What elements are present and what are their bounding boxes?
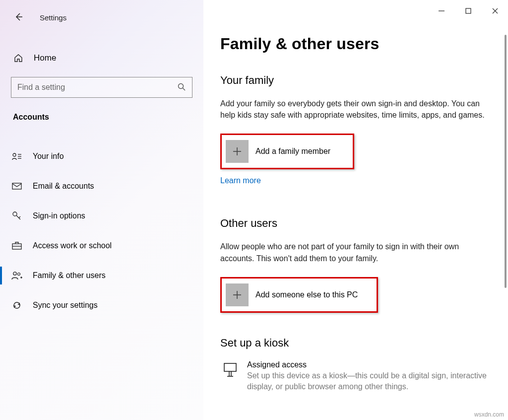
sidebar-item-sync-settings[interactable]: Sync your settings bbox=[0, 290, 203, 320]
back-icon[interactable] bbox=[14, 12, 24, 23]
watermark: wsxdn.com bbox=[474, 411, 504, 418]
svg-rect-7 bbox=[12, 183, 21, 189]
add-family-label: Add a family member bbox=[255, 147, 330, 156]
plus-icon bbox=[226, 283, 249, 306]
search-box[interactable] bbox=[11, 77, 192, 98]
search-icon bbox=[177, 82, 186, 93]
add-family-member-button[interactable]: Add a family member bbox=[223, 136, 352, 167]
assigned-access-text: Assigned access Set up this device as a … bbox=[247, 360, 494, 393]
sidebar-item-access-work-school[interactable]: Access work or school bbox=[0, 231, 203, 261]
window-controls bbox=[436, 5, 501, 17]
plus-icon bbox=[226, 140, 249, 163]
sidebar-item-label: Family & other users bbox=[33, 271, 106, 280]
sidebar-item-label: Sign-in options bbox=[33, 211, 85, 220]
svg-point-8 bbox=[13, 212, 17, 216]
window-title: Settings bbox=[40, 13, 66, 22]
svg-point-13 bbox=[13, 272, 16, 275]
close-button[interactable] bbox=[489, 5, 501, 17]
other-users-heading: Other users bbox=[220, 217, 494, 230]
key-icon bbox=[11, 211, 23, 221]
assigned-access-description: Set up this device as a kiosk—this could… bbox=[247, 370, 494, 393]
sidebar-item-label: Email & accounts bbox=[33, 182, 94, 191]
your-family-description: Add your family so everybody gets their … bbox=[220, 98, 494, 121]
people-add-icon bbox=[11, 271, 23, 280]
kiosk-icon bbox=[220, 360, 240, 377]
svg-point-3 bbox=[13, 153, 16, 156]
home-icon bbox=[13, 53, 24, 63]
add-someone-else-button[interactable]: Add someone else to this PC bbox=[223, 280, 376, 310]
nav-home[interactable]: Home bbox=[0, 46, 203, 70]
add-other-highlight: Add someone else to this PC bbox=[220, 277, 378, 313]
sync-icon bbox=[11, 300, 23, 310]
page-title: Family & other users bbox=[220, 35, 494, 53]
add-someone-else-label: Add someone else to this PC bbox=[255, 290, 358, 299]
svg-rect-18 bbox=[466, 8, 471, 13]
scrollbar[interactable] bbox=[505, 35, 507, 288]
learn-more-link[interactable]: Learn more bbox=[220, 176, 261, 185]
svg-point-1 bbox=[179, 83, 184, 88]
your-family-heading: Your family bbox=[220, 74, 494, 87]
sidebar-header: Settings bbox=[0, 7, 203, 27]
sidebar-item-label: Access work or school bbox=[33, 241, 112, 250]
mail-icon bbox=[11, 183, 23, 190]
add-family-highlight: Add a family member bbox=[220, 134, 354, 169]
sidebar-item-sign-in-options[interactable]: Sign-in options bbox=[0, 201, 203, 231]
minimize-button[interactable] bbox=[436, 5, 447, 17]
assigned-access-title: Assigned access bbox=[247, 360, 494, 369]
svg-line-10 bbox=[19, 216, 20, 218]
sidebar-item-your-info[interactable]: Your info bbox=[0, 141, 203, 171]
assigned-access-row[interactable]: Assigned access Set up this device as a … bbox=[220, 360, 494, 393]
sidebar-item-email-accounts[interactable]: Email & accounts bbox=[0, 171, 203, 201]
nav-list: Your info Email & accounts Sign-in optio… bbox=[0, 141, 203, 320]
briefcase-icon bbox=[11, 242, 23, 250]
sidebar-item-label: Your info bbox=[33, 152, 64, 161]
nav-home-label: Home bbox=[34, 53, 56, 63]
svg-rect-25 bbox=[224, 363, 236, 371]
svg-point-14 bbox=[18, 273, 20, 276]
kiosk-heading: Set up a kiosk bbox=[220, 337, 494, 350]
svg-line-2 bbox=[183, 88, 186, 90]
search-input[interactable] bbox=[17, 83, 177, 92]
sidebar-item-label: Sync your settings bbox=[33, 301, 98, 310]
content-area: Family & other users Your family Add you… bbox=[203, 0, 508, 420]
sidebar: Settings Home Accounts Your info bbox=[0, 0, 203, 420]
sidebar-section-label: Accounts bbox=[0, 98, 203, 127]
maximize-button[interactable] bbox=[462, 5, 474, 17]
person-card-icon bbox=[11, 152, 23, 160]
sidebar-item-family-other-users[interactable]: Family & other users bbox=[0, 261, 203, 290]
other-users-description: Allow people who are not part of your fa… bbox=[220, 241, 494, 264]
